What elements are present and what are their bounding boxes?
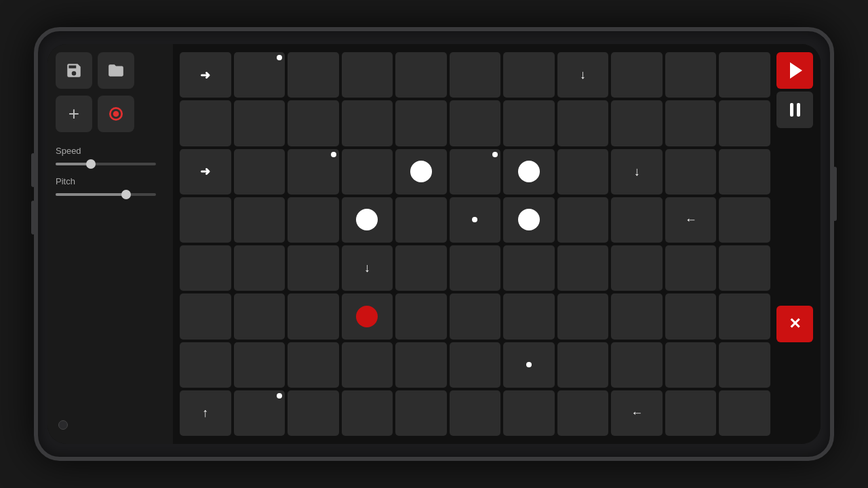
record-button[interactable] — [98, 96, 134, 132]
pause-button[interactable] — [776, 92, 813, 128]
grid-cell-0-10[interactable] — [719, 52, 770, 98]
grid-cell-3-5[interactable] — [450, 197, 501, 243]
grid-cell-3-0[interactable] — [180, 197, 231, 243]
grid-cell-7-4[interactable] — [395, 390, 447, 436]
grid-cell-0-1[interactable] — [234, 52, 285, 98]
grid-cell-5-10[interactable] — [719, 293, 770, 339]
grid-cell-7-3[interactable] — [342, 390, 393, 436]
grid-cell-6-4[interactable] — [395, 342, 447, 388]
grid-cell-7-9[interactable] — [665, 390, 717, 436]
grid-cell-0-2[interactable] — [288, 52, 339, 98]
play-button[interactable] — [776, 52, 813, 89]
grid-cell-7-10[interactable] — [719, 390, 770, 436]
grid-cell-2-4[interactable] — [395, 149, 447, 195]
grid-cell-6-7[interactable] — [557, 342, 609, 388]
grid-cell-0-6[interactable] — [503, 52, 555, 98]
grid-cell-6-8[interactable] — [611, 342, 663, 388]
grid-cell-2-8[interactable]: ↓ — [611, 149, 663, 195]
grid-cell-1-0[interactable] — [180, 100, 231, 146]
grid-cell-1-8[interactable] — [611, 100, 663, 146]
grid-cell-4-9[interactable] — [665, 245, 717, 291]
grid-cell-6-10[interactable] — [719, 342, 770, 388]
grid-cell-0-8[interactable] — [611, 52, 663, 98]
grid-cell-2-0[interactable]: ➜ — [180, 149, 231, 195]
grid-cell-0-9[interactable] — [665, 52, 717, 98]
grid-cell-5-6[interactable] — [503, 293, 555, 339]
grid-cell-3-6[interactable] — [503, 197, 555, 243]
grid-cell-4-8[interactable] — [611, 245, 663, 291]
grid-cell-2-5[interactable] — [450, 149, 501, 195]
grid-cell-1-7[interactable] — [557, 100, 609, 146]
grid-cell-5-8[interactable] — [611, 293, 663, 339]
grid-cell-2-7[interactable] — [557, 149, 609, 195]
grid-cell-0-3[interactable] — [342, 52, 393, 98]
grid-cell-5-4[interactable] — [395, 293, 447, 339]
grid-cell-7-2[interactable] — [288, 390, 339, 436]
grid-cell-6-3[interactable] — [342, 342, 393, 388]
grid-cell-4-5[interactable] — [450, 245, 501, 291]
grid-cell-6-9[interactable] — [665, 342, 717, 388]
add-button[interactable]: + — [56, 96, 92, 132]
grid-cell-0-7[interactable]: ↓ — [557, 52, 609, 98]
grid-cell-4-3[interactable]: ↓ — [342, 245, 393, 291]
grid-cell-6-1[interactable] — [234, 342, 285, 388]
grid-cell-7-7[interactable] — [557, 390, 609, 436]
delete-button[interactable]: ✕ — [776, 306, 813, 342]
grid-cell-7-0[interactable]: ↑ — [180, 390, 231, 436]
grid-cell-2-1[interactable] — [234, 149, 285, 195]
grid-cell-3-9[interactable]: ← — [665, 197, 717, 243]
grid-cell-4-1[interactable] — [234, 245, 285, 291]
grid-cell-3-2[interactable] — [288, 197, 339, 243]
grid-cell-4-4[interactable] — [395, 245, 447, 291]
grid-cell-6-6[interactable] — [503, 342, 555, 388]
grid-cell-1-3[interactable] — [342, 100, 393, 146]
grid-cell-4-6[interactable] — [503, 245, 555, 291]
grid-cell-7-6[interactable] — [503, 390, 555, 436]
grid-cell-0-5[interactable] — [450, 52, 501, 98]
grid-cell-1-4[interactable] — [395, 100, 447, 146]
pitch-slider[interactable] — [56, 193, 156, 196]
grid-cell-7-8[interactable]: ← — [611, 390, 663, 436]
grid-cell-5-5[interactable] — [450, 293, 501, 339]
volume-up-button[interactable] — [31, 153, 35, 187]
grid-cell-6-2[interactable] — [288, 342, 339, 388]
speed-slider[interactable] — [56, 163, 156, 165]
power-button[interactable] — [833, 167, 837, 221]
grid-cell-1-6[interactable] — [503, 100, 555, 146]
grid-cell-0-4[interactable] — [395, 52, 447, 98]
grid-cell-2-10[interactable] — [719, 149, 770, 195]
grid-cell-5-9[interactable] — [665, 293, 717, 339]
grid-cell-3-3[interactable] — [342, 197, 393, 243]
grid-cell-2-3[interactable] — [342, 149, 393, 195]
grid-cell-2-9[interactable] — [665, 149, 717, 195]
grid-cell-5-7[interactable] — [557, 293, 609, 339]
folder-button[interactable] — [98, 52, 134, 89]
volume-down-button[interactable] — [31, 201, 35, 235]
grid-cell-4-0[interactable] — [180, 245, 231, 291]
grid-cell-7-1[interactable] — [234, 390, 285, 436]
grid-cell-5-2[interactable] — [288, 293, 339, 339]
grid-cell-5-3[interactable] — [342, 293, 393, 339]
grid-cell-4-2[interactable] — [288, 245, 339, 291]
grid-cell-3-7[interactable] — [557, 197, 609, 243]
grid-cell-3-4[interactable] — [395, 197, 447, 243]
grid-cell-6-5[interactable] — [450, 342, 501, 388]
grid-cell-6-0[interactable] — [180, 342, 231, 388]
grid-cell-3-1[interactable] — [234, 197, 285, 243]
save-button[interactable] — [56, 52, 92, 89]
grid-cell-1-10[interactable] — [719, 100, 770, 146]
grid-cell-4-10[interactable] — [719, 245, 770, 291]
grid-cell-3-8[interactable] — [611, 197, 663, 243]
grid-cell-4-7[interactable] — [557, 245, 609, 291]
grid-cell-5-0[interactable] — [180, 293, 231, 339]
grid-cell-1-5[interactable] — [450, 100, 501, 146]
grid-cell-2-6[interactable] — [503, 149, 555, 195]
grid-cell-5-1[interactable] — [234, 293, 285, 339]
grid-cell-0-0[interactable]: ➜ — [180, 52, 231, 98]
grid-cell-1-2[interactable] — [288, 100, 339, 146]
grid-cell-3-10[interactable] — [719, 197, 770, 243]
grid-cell-2-2[interactable] — [288, 149, 339, 195]
grid-cell-1-9[interactable] — [665, 100, 717, 146]
grid-cell-1-1[interactable] — [234, 100, 285, 146]
grid-cell-7-5[interactable] — [450, 390, 501, 436]
